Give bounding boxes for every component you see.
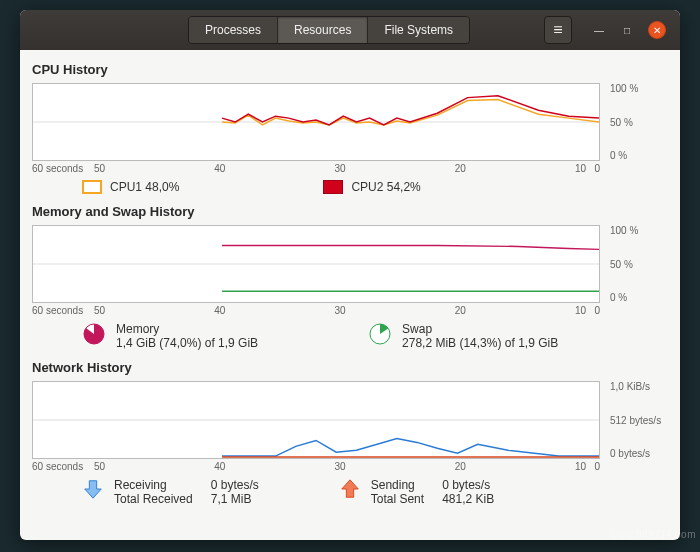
cpu-ytick-100: 100 % <box>610 83 668 94</box>
mem-xtick: 50 <box>94 305 105 316</box>
upload-arrow-icon <box>339 478 361 500</box>
memory-yaxis: 100 % 50 % 0 % <box>606 225 668 303</box>
cpu-xunit: 60 seconds <box>32 163 92 174</box>
window-controls: — □ ✕ <box>592 21 666 39</box>
network-recv-line <box>222 439 599 457</box>
cpu-xtick: 50 <box>94 163 105 174</box>
cpu1-swatch <box>82 180 102 194</box>
download-arrow-icon <box>82 478 104 500</box>
recv-total-label: Total Received <box>114 492 193 506</box>
cpu-xtick-last: 0 <box>588 163 600 174</box>
send-legend-item[interactable]: Sending Total Sent 0 bytes/s 481,2 KiB <box>339 478 494 506</box>
cpu2-label: CPU2 54,2% <box>351 180 420 194</box>
minimize-button[interactable]: — <box>592 23 606 37</box>
memory-legend: Memory 1,4 GiB (74,0%) of 1,9 GiB Swap 2… <box>82 322 668 350</box>
recv-label: Receiving <box>114 478 193 492</box>
recv-total: 7,1 MiB <box>211 492 259 506</box>
hamburger-menu-button[interactable]: ≡ <box>544 16 572 44</box>
mem-xtick: 20 <box>455 305 466 316</box>
minimize-icon: — <box>594 25 604 36</box>
swap-detail: 278,2 MiB (14,3%) of 1,9 GiB <box>402 336 558 350</box>
cpu-yaxis: 100 % 50 % 0 % <box>606 83 668 161</box>
tabbar: Processes Resources File Systems <box>188 16 470 44</box>
hamburger-icon: ≡ <box>553 21 562 39</box>
cpu2-swatch <box>323 180 343 194</box>
network-xaxis: 60 seconds 50 40 30 20 10 0 <box>32 461 600 472</box>
net-ytick-0: 0 bytes/s <box>610 448 668 459</box>
network-history-title: Network History <box>32 360 668 375</box>
recv-legend-item[interactable]: Receiving Total Received 0 bytes/s 7,1 M… <box>82 478 259 506</box>
cpu-xtick: 30 <box>334 163 345 174</box>
cpu-chart <box>32 83 600 161</box>
cpu-xaxis: 60 seconds 50 40 30 20 10 0 <box>32 163 600 174</box>
cpu1-label: CPU1 48,0% <box>110 180 179 194</box>
net-xtick: 10 <box>575 461 586 472</box>
recv-rate: 0 bytes/s <box>211 478 259 492</box>
send-rate: 0 bytes/s <box>442 478 494 492</box>
net-xtick: 30 <box>334 461 345 472</box>
mem-xtick-last: 0 <box>588 305 600 316</box>
maximize-button[interactable]: □ <box>620 23 634 37</box>
content-area: CPU History 100 % 50 % 0 % 60 seconds 50… <box>20 50 680 540</box>
cpu1-legend-item[interactable]: CPU1 48,0% <box>82 180 179 194</box>
net-xtick-last: 0 <box>588 461 600 472</box>
cpu-ytick-50: 50 % <box>610 117 668 128</box>
memory-chart <box>32 225 600 303</box>
mem-xtick: 40 <box>214 305 225 316</box>
memory-line <box>222 245 599 249</box>
network-chart <box>32 381 600 459</box>
tab-resources[interactable]: Resources <box>278 17 368 43</box>
net-ytick-1k: 1,0 KiB/s <box>610 381 668 392</box>
close-button[interactable]: ✕ <box>648 21 666 39</box>
network-legend: Receiving Total Received 0 bytes/s 7,1 M… <box>82 478 668 506</box>
cpu2-line <box>222 96 599 125</box>
send-total-label: Total Sent <box>371 492 424 506</box>
tab-processes[interactable]: Processes <box>189 17 278 43</box>
cpu-xtick: 20 <box>455 163 466 174</box>
swap-pie-icon <box>368 322 392 346</box>
send-label: Sending <box>371 478 424 492</box>
cpu-ytick-0: 0 % <box>610 150 668 161</box>
cpu2-legend-item[interactable]: CPU2 54,2% <box>323 180 420 194</box>
cpu-history-title: CPU History <box>32 62 668 77</box>
net-xtick: 50 <box>94 461 105 472</box>
memory-legend-item[interactable]: Memory 1,4 GiB (74,0%) of 1,9 GiB <box>82 322 258 350</box>
mem-xtick: 30 <box>334 305 345 316</box>
memory-pie-icon <box>82 322 106 346</box>
net-xunit: 60 seconds <box>32 461 92 472</box>
close-icon: ✕ <box>653 25 661 36</box>
cpu-legend: CPU1 48,0% CPU2 54,2% <box>82 180 668 194</box>
cpu-xtick: 40 <box>214 163 225 174</box>
cpu-xtick: 10 <box>575 163 586 174</box>
memory-label: Memory <box>116 322 258 336</box>
system-monitor-window: Processes Resources File Systems ≡ — □ ✕… <box>20 10 680 540</box>
send-total: 481,2 KiB <box>442 492 494 506</box>
swap-legend-item[interactable]: Swap 278,2 MiB (14,3%) of 1,9 GiB <box>368 322 558 350</box>
tab-filesystems[interactable]: File Systems <box>368 17 469 43</box>
memory-history-title: Memory and Swap History <box>32 204 668 219</box>
titlebar: Processes Resources File Systems ≡ — □ ✕ <box>20 10 680 50</box>
mem-xunit: 60 seconds <box>32 305 92 316</box>
net-xtick: 40 <box>214 461 225 472</box>
memory-xaxis: 60 seconds 50 40 30 20 10 0 <box>32 305 600 316</box>
maximize-icon: □ <box>624 25 630 36</box>
mem-xtick: 10 <box>575 305 586 316</box>
mem-ytick-0: 0 % <box>610 292 668 303</box>
mem-ytick-100: 100 % <box>610 225 668 236</box>
net-ytick-512: 512 bytes/s <box>610 415 668 426</box>
swap-label: Swap <box>402 322 558 336</box>
network-yaxis: 1,0 KiB/s 512 bytes/s 0 bytes/s <box>606 381 668 459</box>
mem-ytick-50: 50 % <box>610 259 668 270</box>
net-xtick: 20 <box>455 461 466 472</box>
memory-detail: 1,4 GiB (74,0%) of 1,9 GiB <box>116 336 258 350</box>
watermark: www.989214.com <box>610 529 696 540</box>
